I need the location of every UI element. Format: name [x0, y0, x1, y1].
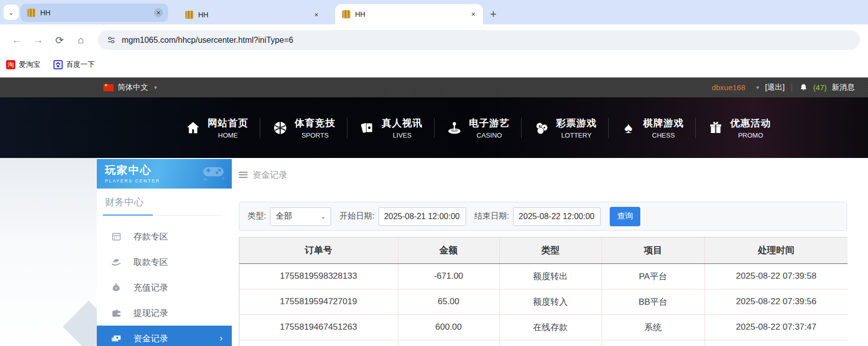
- sidebar-item-recharge-record[interactable]: ¥ 充值记录: [97, 275, 232, 300]
- tab-title: HH: [198, 11, 307, 19]
- back-button[interactable]: ←: [8, 32, 25, 49]
- sports-ball-icon: [272, 119, 289, 137]
- nav-item-promo[interactable]: 优惠活动PROMO: [695, 111, 782, 145]
- sidebar-item-label: 存款专区: [133, 231, 168, 243]
- caret-down-icon[interactable]: ▼: [153, 85, 158, 90]
- bookmark-baidu[interactable]: 百度一下: [53, 60, 95, 69]
- cell-amount: 600.00: [398, 314, 499, 340]
- url-text: mgm1065.com/hhcp/usercenter.html?iniType…: [122, 36, 293, 45]
- browser-tab-strip: ⌄ HH × HH × HH × +: [0, 0, 868, 24]
- start-date-label: 开始日期:: [339, 211, 374, 222]
- nav-item-chess[interactable]: ♠ 棋牌游戏CHESS: [608, 111, 695, 145]
- col-order-no: 订单号: [239, 237, 398, 263]
- search-button[interactable]: 查询: [610, 207, 640, 226]
- home-button[interactable]: ⌂: [72, 32, 90, 49]
- taobao-icon: 淘: [6, 60, 15, 69]
- tab-title: HH: [40, 9, 149, 17]
- site-favicon: [28, 9, 36, 17]
- lottery-balls-icon: [533, 119, 550, 137]
- china-flag-icon: ★: [103, 84, 114, 91]
- cell-process-time: 2025-08-22 07:37:47: [704, 314, 848, 340]
- cell-process-time: 2025-08-22 07:39:56: [704, 289, 848, 314]
- chevron-down-icon: ⌄: [9, 9, 14, 16]
- address-bar[interactable]: mgm1065.com/hhcp/usercenter.html?iniType…: [98, 30, 860, 50]
- sidebar-item-withdrawal-record[interactable]: 提现记录: [97, 300, 232, 326]
- cell-type: 在线存款: [499, 314, 602, 340]
- deposit-icon: [110, 230, 122, 243]
- cell-type: 额度转入: [499, 289, 602, 314]
- caret-down-icon[interactable]: ▼: [755, 85, 760, 90]
- cell-process-time: 2025-08-22 07:39:58: [704, 263, 848, 289]
- page-top-gap: [0, 74, 868, 77]
- message-label[interactable]: 新消息: [832, 83, 855, 92]
- tab-title: HH: [355, 10, 464, 18]
- type-select[interactable]: 全部 ⌄: [270, 207, 331, 226]
- cell-amount: 65.00: [398, 289, 499, 314]
- nav-item-home[interactable]: 网站首页HOME: [173, 111, 260, 145]
- cell-project: BB平台: [602, 289, 704, 314]
- col-amount: 金额: [398, 237, 499, 263]
- table-row: 1755819467451263 600.00 在线存款 系统 2025-08-…: [239, 314, 848, 340]
- close-icon[interactable]: ×: [469, 10, 478, 19]
- nav-item-sports[interactable]: 体育竞技SPORTS: [260, 111, 347, 145]
- finance-center-heading: 财务中心: [105, 196, 232, 215]
- cell-type: 额度转出: [499, 263, 602, 289]
- col-process-time: 处理时间: [704, 237, 848, 263]
- cell-amount: -671.00: [398, 263, 499, 289]
- filter-bar: 类型: 全部 ⌄ 开始日期: 结束日期: 查询: [239, 202, 847, 231]
- browser-tab-3-active[interactable]: HH ×: [335, 4, 483, 24]
- background-decoration: [0, 158, 97, 346]
- end-date-input[interactable]: [513, 207, 601, 226]
- sidebar-item-withdraw[interactable]: 取款专区: [97, 249, 232, 275]
- nav-item-casino[interactable]: 电子游艺CASINO: [434, 111, 521, 145]
- home-icon: [184, 119, 202, 137]
- sidebar-item-label: 资金记录: [133, 333, 168, 344]
- page-title-row: 资金记录: [239, 169, 847, 180]
- sidebar-item-deposit[interactable]: 存款专区: [97, 224, 232, 249]
- baidu-paw-icon: [53, 60, 63, 69]
- cell-order-no: 1755819467451263: [239, 314, 398, 340]
- col-type: 类型: [499, 237, 602, 263]
- site-favicon: [185, 11, 194, 19]
- message-count[interactable]: (47): [813, 83, 827, 92]
- tab-search-button[interactable]: ⌄: [4, 5, 19, 20]
- players-center-banner: 玩家中心 PLAYERS CENTER: [97, 159, 232, 189]
- page-title: 资金记录: [253, 169, 287, 181]
- chevron-down-icon: ⌄: [320, 213, 326, 220]
- username[interactable]: dbxue168: [712, 83, 745, 92]
- table-header-row: 订单号 金额 类型 项目 处理时间: [239, 237, 848, 263]
- close-icon[interactable]: ×: [312, 10, 321, 19]
- nav-item-lives[interactable]: 真人视讯LIVES: [347, 111, 434, 145]
- browser-tab-2[interactable]: HH ×: [178, 5, 326, 24]
- list-icon: [239, 172, 248, 178]
- playing-cards-icon: [359, 119, 376, 137]
- reload-button[interactable]: ⟳: [51, 32, 68, 49]
- nav-item-lottery[interactable]: 彩票游戏LOTTERY: [521, 111, 608, 145]
- browser-tab-1[interactable]: HH ×: [20, 4, 168, 22]
- start-date-input[interactable]: [378, 207, 466, 226]
- end-date-label: 结束日期:: [474, 211, 509, 222]
- bookmarks-bar: 淘 爱淘宝 百度一下: [0, 56, 868, 74]
- forward-button[interactable]: →: [30, 32, 47, 49]
- col-project: 项目: [602, 237, 704, 263]
- sidebar-item-label: 取款专区: [133, 256, 168, 268]
- hand-money-icon: [110, 256, 122, 268]
- new-tab-button[interactable]: +: [483, 4, 504, 24]
- logout-link[interactable]: [退出]: [765, 83, 784, 92]
- bookmark-label: 爱淘宝: [19, 60, 40, 69]
- cell-order-no: 1755819598328133: [239, 263, 398, 289]
- sidebar-item-funds-record[interactable]: 资金记录 ›: [97, 326, 232, 346]
- bookmark-taobao[interactable]: 淘 爱淘宝: [6, 60, 40, 69]
- site-settings-icon[interactable]: [107, 36, 116, 44]
- notification-bell-icon[interactable]: [799, 83, 808, 92]
- money-bag-icon: ¥: [110, 281, 122, 294]
- language-selector[interactable]: 简体中文: [118, 83, 148, 92]
- site-topbar: ★ 简体中文 ▼ dbxue168 ▼ [退出] (47) 新消息: [0, 77, 868, 97]
- sidebar-item-label: 充值记录: [133, 282, 168, 294]
- browser-toolbar: ← → ⟳ ⌂ mgm1065.com/hhcp/usercenter.html…: [0, 24, 868, 56]
- close-icon[interactable]: ×: [154, 8, 163, 17]
- table-row: 1755819598328133 -671.00 额度转出 PA平台 2025-…: [239, 263, 848, 289]
- sidebar-panel: 财务中心 存款专区: [97, 189, 232, 346]
- wallet-icon: [110, 307, 122, 319]
- cell-order-no: 1755819594727019: [239, 289, 398, 314]
